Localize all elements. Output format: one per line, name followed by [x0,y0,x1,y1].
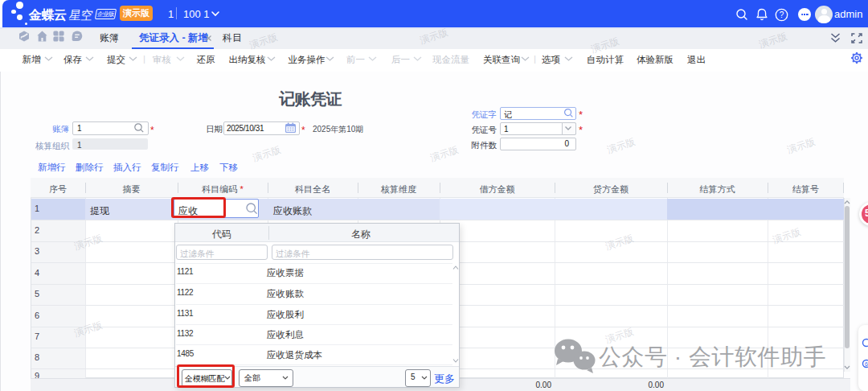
svg-text:6: 6 [865,361,868,367]
svg-text:?: ? [780,10,784,19]
